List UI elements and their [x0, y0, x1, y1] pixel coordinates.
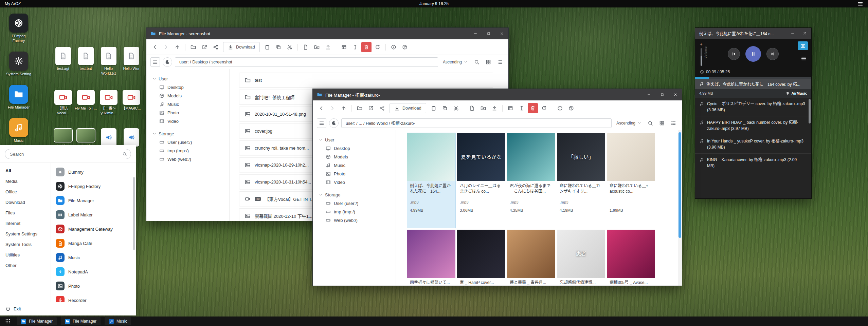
maximize-button[interactable] [484, 29, 494, 38]
sidebar-section-storage[interactable]: Storage [313, 191, 396, 199]
titlebar[interactable]: File Manager - screenshot [146, 28, 508, 39]
file-card[interactable]: 四季折々に揺蕩いて... [407, 230, 455, 286]
sidebar-item[interactable]: Models [313, 153, 396, 161]
forward-button[interactable] [327, 103, 338, 113]
airmusic-badge[interactable]: AirMusic [785, 91, 807, 96]
desktop-file-icon[interactable]: test.agi [52, 47, 74, 76]
thumbnail-file-icon[interactable] [124, 128, 139, 147]
category-item[interactable]: All [0, 166, 51, 176]
copy-button[interactable] [440, 103, 450, 113]
upload-button[interactable] [323, 42, 333, 52]
help-button[interactable] [400, 42, 410, 52]
exit-button[interactable]: Exit [0, 302, 136, 315]
start-menu-scrollbar[interactable] [133, 177, 135, 250]
refresh-button[interactable] [539, 103, 549, 113]
category-item[interactable]: Office [0, 187, 51, 197]
sort-dropdown[interactable]: Ascending [441, 60, 470, 64]
file-card[interactable]: 君が夜の海に還るまで＿こんにちは谷田... .mp3 4.35MB [507, 133, 555, 228]
app-icon[interactable] [9, 85, 28, 104]
desktop-app-icon[interactable]: Music [5, 118, 32, 143]
titlebar[interactable]: 例えば、今此処に置かれた花に＿164 c... [695, 28, 811, 39]
breadcrumb[interactable]: user: / ... / Hello World / 柘榴-zakuro- [341, 118, 612, 128]
app-launcher-button[interactable] [3, 318, 13, 325]
top-menu-icon[interactable] [857, 1, 863, 7]
desktop-file-icon[interactable]: Fly Me To T... [74, 90, 97, 116]
paste-button[interactable] [429, 103, 439, 113]
app-list-item[interactable]: NotepadA [51, 265, 136, 279]
sidebar-item[interactable]: User (user:/) [146, 138, 229, 147]
file-icon[interactable] [78, 47, 94, 65]
new-folder-button[interactable] [312, 42, 322, 52]
taskbar-task[interactable]: File Manager [61, 317, 101, 325]
app-icon[interactable] [9, 52, 28, 71]
category-item[interactable]: System Settings [0, 229, 51, 239]
scrollbar[interactable] [678, 130, 682, 286]
breadcrumb[interactable]: user: / Desktop / screenshot [175, 57, 438, 67]
new-file-button[interactable] [467, 103, 477, 113]
search-button[interactable] [646, 119, 655, 128]
thumbnail-file-icon[interactable] [101, 128, 116, 147]
category-item[interactable]: Other [0, 260, 51, 271]
search-button[interactable] [472, 58, 481, 66]
desktop-app-icon[interactable]: File Manager [5, 85, 32, 110]
cut-button[interactable] [451, 103, 461, 113]
app-list-item[interactable]: File Manager [51, 193, 136, 208]
grid-view-button[interactable] [484, 58, 493, 66]
sort-dropdown[interactable]: Ascending [614, 121, 643, 126]
cut-button[interactable] [285, 42, 295, 52]
file-icon[interactable] [55, 47, 71, 65]
app-list-item[interactable]: Management Gateway [51, 222, 136, 236]
share-button[interactable] [211, 42, 221, 52]
sidebar-item[interactable]: Photo [313, 170, 396, 178]
download-button[interactable]: Download [223, 42, 260, 52]
minimize-button[interactable] [644, 90, 654, 99]
info-button[interactable] [555, 103, 565, 113]
grid-view-button[interactable] [657, 119, 666, 128]
taskbar-task[interactable]: Music [105, 317, 131, 325]
open-button[interactable] [188, 42, 198, 52]
sidebar-item[interactable]: Desktop [313, 144, 396, 153]
list-view-button[interactable] [495, 58, 504, 66]
forward-button[interactable] [161, 42, 171, 52]
maximize-button[interactable] [657, 90, 667, 99]
sidebar-item[interactable]: Desktop [146, 83, 229, 92]
back-button[interactable] [316, 103, 326, 113]
thumbnail-file-icon[interactable] [54, 128, 73, 142]
delete-button[interactable] [528, 103, 538, 113]
app-icon[interactable] [9, 118, 28, 137]
info-button[interactable] [388, 42, 399, 52]
minimize-button[interactable] [788, 29, 798, 38]
open-button[interactable] [355, 103, 365, 113]
desktop-file-icon[interactable]: 【一番〜yukimin... [97, 90, 120, 116]
upload-button[interactable] [489, 103, 500, 113]
dark-mode-toggle[interactable] [329, 118, 339, 128]
close-button[interactable] [497, 29, 507, 38]
new-folder-button[interactable] [478, 103, 488, 113]
sidebar-item[interactable]: Music [313, 161, 396, 170]
sidebar-item[interactable]: Photo [146, 109, 229, 117]
playlist-item[interactable]: Cynic _ ポリスピカデリー cover. by 柘榴-zakuro-.mp… [695, 98, 811, 116]
file-card[interactable]: 毒 _ HamP cover... [457, 230, 505, 286]
copy-button[interactable] [273, 42, 284, 52]
app-list-item[interactable]: Dummy [51, 165, 136, 179]
now-playing-row[interactable]: 例えば、今此処に置かれた花に＿164 cover. by 柘... [695, 79, 811, 89]
open-external-button[interactable] [199, 42, 210, 52]
cast-button[interactable] [798, 41, 808, 50]
file-card[interactable]: 夏を見ているかな 八月のレイニー＿はるまきごはん co... .mp3 3.06… [457, 133, 505, 228]
video-file-icon[interactable] [123, 90, 140, 105]
list-view-button[interactable] [669, 119, 678, 128]
volume-plus-label[interactable]: + [700, 42, 703, 46]
category-item[interactable]: Utilities [0, 250, 51, 260]
file-card[interactable]: 病棟305号 _ Avase... [607, 230, 655, 286]
volume-slider[interactable]: + [700, 42, 703, 66]
up-button[interactable] [172, 42, 182, 52]
sidebar-item[interactable]: Web (web:/) [313, 216, 396, 225]
app-list-item[interactable]: Recorder [51, 293, 136, 302]
share-button[interactable] [377, 103, 387, 113]
playlist-item[interactable]: In Your Hands _ yusukeP cover. by 柘榴-zak… [695, 135, 811, 154]
app-list-item[interactable]: Photo [51, 279, 136, 293]
previous-track-button[interactable] [728, 48, 740, 60]
category-item[interactable]: System Tools [0, 239, 51, 250]
desktop-file-icon[interactable]: test.bat [74, 47, 97, 76]
minimize-button[interactable] [470, 29, 481, 38]
